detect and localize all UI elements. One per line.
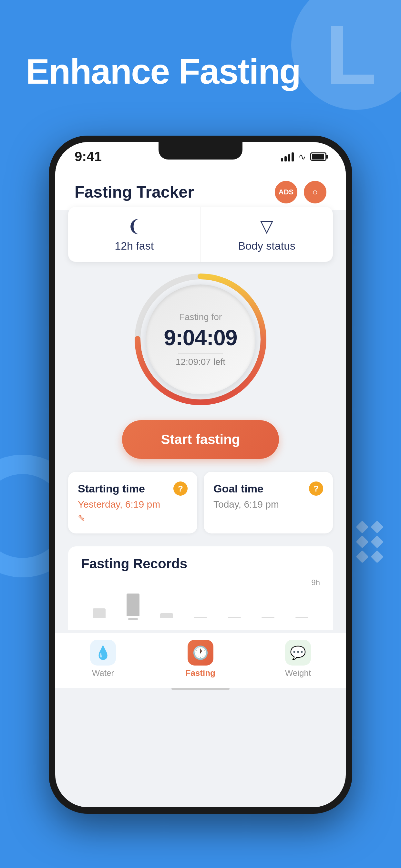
header-icons: ADS ○ [275, 181, 327, 204]
info-cards: Starting time ? Yesterday, 6:19 pm ✎ Goa… [68, 472, 333, 533]
chart-bar-6 [253, 617, 283, 620]
tab-body-status[interactable]: ▽ Body status [201, 207, 333, 262]
settings-icon: ○ [312, 187, 318, 197]
starting-time-card: Starting time ? Yesterday, 6:19 pm ✎ [68, 472, 197, 533]
nav-fasting[interactable]: 🕐 Fasting [186, 640, 215, 678]
nav-weight-label: Weight [285, 668, 311, 678]
bar-7 [296, 617, 308, 618]
battery-icon [310, 152, 327, 161]
timer-section: Fasting for 9:04:09 12:09:07 left [68, 262, 333, 420]
tab-fast-label: 12h fast [115, 240, 154, 252]
chart-bar-3 [152, 613, 182, 620]
starting-time-value: Yesterday, 6:19 pm [78, 499, 188, 510]
nav-fasting-label: Fasting [186, 668, 215, 678]
water-icon: 💧 [90, 640, 116, 665]
goal-time-card: Goal time ? Today, 6:19 pm [204, 472, 333, 533]
records-chart: 9h [81, 578, 320, 620]
wifi-icon: ∿ [298, 151, 306, 162]
fasting-icon: 🕐 [188, 640, 213, 665]
edit-icon[interactable]: ✎ [78, 513, 188, 524]
nav-water-label: Water [92, 668, 114, 678]
weight-icon: 💬 [285, 640, 311, 665]
timer-label: Fasting for [179, 312, 222, 322]
nav-weight[interactable]: 💬 Weight [285, 640, 311, 678]
goal-time-title: Goal time [213, 483, 264, 495]
timer-left: 12:09:07 left [176, 357, 225, 367]
chart-bar-4 [186, 617, 216, 620]
bar-5 [228, 617, 241, 618]
app-header: Fasting Tracker ADS ○ [55, 171, 346, 210]
page-title: Enhance Fasting [26, 52, 300, 91]
goal-time-value: Today, 6:19 pm [213, 499, 323, 510]
bar-2 [127, 593, 140, 616]
bg-decoration-diamonds [358, 523, 382, 561]
goal-time-help[interactable]: ? [309, 482, 323, 496]
app-title: Fasting Tracker [74, 183, 194, 202]
status-icons: ∿ [281, 151, 327, 162]
tab-12h-fast[interactable]: ❨ 12h fast [68, 207, 201, 262]
leaf-icon: ▽ [260, 216, 273, 236]
tab-body-label: Body status [238, 240, 296, 252]
bg-decoration-circle: L [291, 0, 401, 110]
bar-4 [194, 617, 207, 618]
timer-divider [178, 353, 223, 353]
mode-tabs: ❨ 12h fast ▽ Body status [68, 207, 333, 262]
start-fasting-button[interactable]: Start fasting [122, 420, 279, 459]
chart-max-label: 9h [311, 578, 320, 587]
chart-bar-7 [287, 617, 317, 620]
starting-time-help[interactable]: ? [174, 482, 188, 496]
status-time: 9:41 [74, 149, 102, 164]
scroll-indicator [172, 688, 229, 690]
phone-notch [158, 142, 243, 159]
start-button-container: Start fasting [68, 420, 333, 459]
chart-bar-1 [84, 609, 114, 620]
settings-button[interactable]: ○ [304, 181, 327, 204]
bar-dot-2 [128, 618, 138, 620]
bar-6 [261, 617, 274, 618]
timer-circle: Fasting for 9:04:09 12:09:07 left [133, 272, 268, 407]
phone-mockup: 9:41 ∿ Fasting Tracker ADS [49, 135, 352, 814]
bar-3 [160, 613, 173, 618]
ads-button[interactable]: ADS [275, 181, 297, 204]
bottom-nav: 💧 Water 🕐 Fasting 💬 Weight [55, 633, 346, 688]
fast-icon: ❨ [127, 216, 142, 236]
chart-bar-2 [118, 593, 148, 620]
records-section: Fasting Records 9h [68, 547, 333, 630]
chart-bar-5 [219, 617, 249, 620]
timer-display: Fasting for 9:04:09 12:09:07 left [146, 284, 255, 394]
nav-water[interactable]: 💧 Water [90, 640, 116, 678]
main-content: Fasting for 9:04:09 12:09:07 left Start … [55, 262, 346, 630]
records-title: Fasting Records [81, 556, 320, 571]
bar-1 [93, 609, 105, 618]
signal-icon [281, 152, 294, 161]
bg-letter: L [326, 13, 377, 97]
starting-time-title: Starting time [78, 483, 145, 495]
ads-label: ADS [279, 188, 294, 196]
phone-screen: 9:41 ∿ Fasting Tracker ADS [55, 142, 346, 807]
timer-time: 9:04:09 [164, 325, 237, 350]
